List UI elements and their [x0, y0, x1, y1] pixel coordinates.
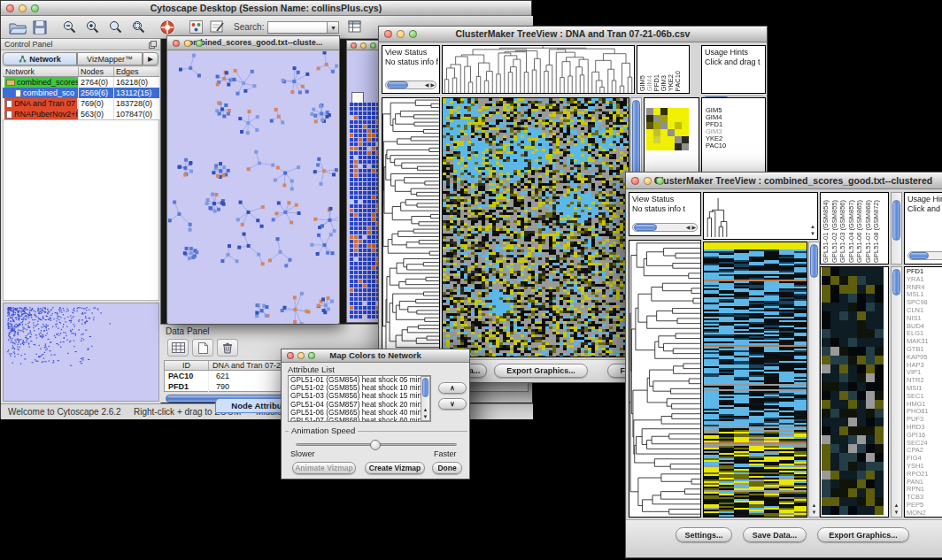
minimize-button[interactable] — [19, 4, 27, 12]
animate-vizmap-button[interactable]: Animate Vizmap — [292, 462, 356, 474]
correlation-matrix[interactable] — [646, 108, 689, 150]
minimize-button[interactable] — [360, 42, 367, 49]
network-row[interactable]: DNA and Tran 07769(0)183728(0) — [3, 98, 159, 109]
minimize-button[interactable] — [297, 352, 305, 359]
tv1-heatmap[interactable] — [442, 97, 629, 357]
view-status-hscrollbar[interactable]: ◀▶ — [632, 223, 698, 232]
save-data-button[interactable]: Save Data... — [743, 527, 807, 542]
slider-thumb[interactable] — [370, 440, 381, 450]
network-view-titlebar[interactable]: combined_scores_good.txt--cluste... — [167, 36, 339, 50]
zoom-button[interactable] — [31, 4, 39, 12]
help-lifering-icon[interactable] — [159, 19, 175, 35]
tv2-column-labels: GPL51-01 (GSM854)GPL51-02 (GSM855)GPL51-… — [822, 193, 882, 263]
tv2-gene-list-vscrollbar[interactable]: ▲▼ — [891, 266, 902, 518]
view-status-hscrollbar[interactable]: ◀▶ — [385, 81, 436, 89]
zoom-button[interactable] — [370, 42, 376, 49]
export-graphics-button[interactable]: Export Graphics... — [817, 527, 909, 542]
minimize-button[interactable] — [184, 40, 191, 47]
done-button[interactable]: Done — [432, 462, 462, 474]
zoom-selected-icon[interactable] — [131, 19, 146, 35]
zoom-in-icon[interactable] — [85, 19, 100, 35]
attribute-item[interactable]: GPL51-07 (GSM868) heat shock 60 min — [290, 417, 430, 422]
attribute-table-icon[interactable] — [348, 20, 362, 34]
close-button[interactable] — [631, 177, 639, 185]
save-icon[interactable] — [33, 20, 47, 35]
matrix-cell — [660, 136, 668, 143]
zoom-button[interactable] — [196, 40, 203, 47]
control-panel-header: Control Panel — [1, 39, 160, 50]
delete-trash-icon[interactable] — [217, 339, 238, 357]
vizmap-icon[interactable] — [189, 20, 203, 34]
attribute-list-vscrollbar[interactable]: ▲▼ — [421, 376, 430, 421]
create-vizmap-button[interactable]: Create Vizmap — [365, 462, 425, 474]
desktop: Cytoscape Desktop (Session Name: collins… — [0, 0, 942, 560]
tab-overflow-button[interactable]: ▶ — [143, 52, 158, 65]
new-attribute-icon[interactable] — [192, 339, 213, 357]
usage-hints-hscrollbar[interactable] — [907, 251, 942, 260]
col-id[interactable]: ID — [165, 361, 209, 370]
tv2-row-dendrogram[interactable] — [629, 240, 701, 518]
scroll-up-arrow[interactable]: ▲ — [809, 223, 816, 230]
tv2-top-vscrollbar[interactable] — [891, 192, 902, 265]
matrix-cell — [660, 122, 668, 129]
zoom-button[interactable] — [656, 177, 664, 185]
tv1-column-dendrogram[interactable] — [442, 45, 635, 94]
open-icon[interactable] — [9, 20, 27, 35]
annotation-icon[interactable] — [210, 20, 225, 34]
tv2-heatmap[interactable] — [703, 242, 807, 518]
tv2-heatmap-vscrollbar[interactable]: ▲▼ — [808, 242, 820, 518]
zoom-fit-icon[interactable] — [108, 19, 123, 35]
float-panel-icon[interactable] — [149, 41, 157, 49]
dialog-titlebar[interactable]: Map Colors to Network — [282, 349, 469, 363]
close-button[interactable] — [173, 40, 180, 47]
treeview2-titlebar[interactable]: ClusterMaker TreeView : combined_scores_… — [626, 173, 942, 189]
search-dropdown-button[interactable]: ▼ — [328, 21, 339, 34]
tv1-row-dendrogram[interactable] — [382, 97, 440, 357]
close-button[interactable] — [384, 30, 392, 38]
matrix-cell — [646, 136, 653, 143]
zoom-button[interactable] — [409, 30, 417, 38]
move-down-button[interactable]: ∨ — [438, 398, 467, 410]
matrix-cell — [646, 115, 653, 122]
close-button[interactable] — [6, 4, 14, 12]
attribute-items[interactable]: GPL51-01 (GSM854) heat shock 05 minGPL51… — [289, 376, 430, 422]
treeview1-title: ClusterMaker TreeView : DNA and Tran 07-… — [379, 27, 767, 42]
view-status-text: No status info t — [629, 204, 700, 214]
tab-vizmapper-label: VizMapper™ — [87, 55, 133, 64]
network-row[interactable]: combined_scores2764(0)16218(0) — [3, 77, 159, 88]
tv2-usage-hints-panel: Usage Hints Click and drag t — [904, 192, 942, 265]
tab-vizmapper[interactable]: VizMapper™ — [77, 52, 143, 65]
main-titlebar[interactable]: Cytoscape Desktop (Session Name: collins… — [1, 1, 531, 16]
network-row[interactable]: RNAPuberNov2+I563(0)107847(0) — [3, 109, 159, 119]
scroll-down-arrow[interactable]: ▼ — [809, 230, 816, 237]
tab-network[interactable]: Network — [3, 52, 77, 65]
matrix-cell — [668, 143, 675, 150]
zoom-button[interactable] — [308, 352, 315, 359]
close-button[interactable] — [351, 42, 357, 49]
search-input[interactable] — [267, 21, 328, 34]
tv2-column-dendrogram-area[interactable]: ▲ ▼ — [703, 192, 818, 240]
settings-button[interactable]: Settings... — [676, 527, 732, 542]
treeview1-titlebar[interactable]: ClusterMaker TreeView : DNA and Tran 07-… — [379, 27, 767, 42]
col-nodes[interactable]: Nodes — [79, 67, 114, 76]
animation-speed-slider[interactable] — [296, 443, 457, 446]
minimize-button[interactable] — [644, 177, 652, 185]
attribute-list-label: Attribute List — [288, 364, 335, 374]
move-up-button[interactable]: ∧ — [438, 382, 467, 394]
matrix-cell — [668, 108, 675, 115]
network-row[interactable]: combined_sco2569(6)13112(15) — [3, 88, 159, 98]
col-edges[interactable]: Edges — [114, 67, 159, 76]
network-canvas[interactable] — [168, 51, 338, 324]
matrix-cell — [675, 115, 682, 122]
table-view-icon[interactable] — [167, 339, 189, 357]
tv2-zoom-heatmap-panel[interactable] — [820, 266, 889, 518]
close-button[interactable] — [287, 352, 294, 359]
col-network[interactable]: Network — [3, 67, 79, 76]
matrix-cell — [660, 129, 668, 136]
matrix-cell — [668, 122, 675, 129]
attribute-listbox[interactable]: GPL51-01 (GSM854) heat shock 05 minGPL51… — [288, 375, 431, 422]
minimize-button[interactable] — [397, 30, 405, 38]
network-overview-panel[interactable] — [3, 303, 159, 402]
zoom-out-icon[interactable] — [62, 19, 77, 35]
export-graphics-button[interactable]: Export Graphics... — [494, 364, 588, 378]
